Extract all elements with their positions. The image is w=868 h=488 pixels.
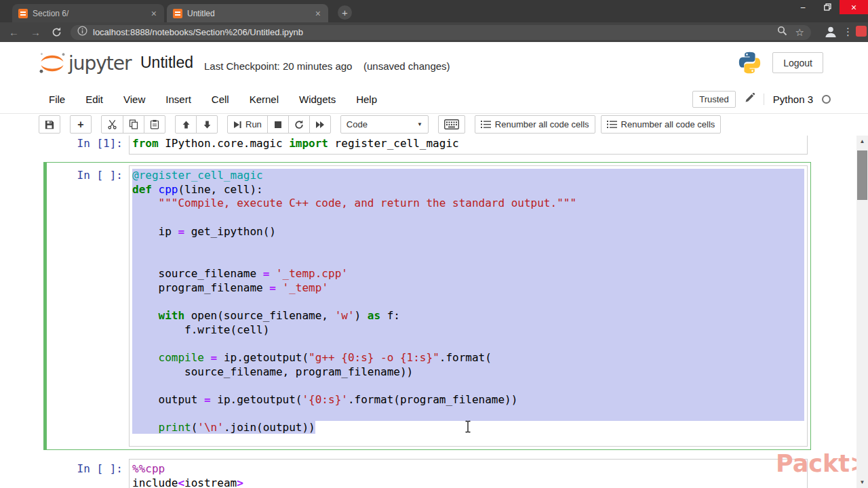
jupyter-logo[interactable]: jupyter: [38, 52, 132, 75]
stop-icon: [274, 121, 282, 129]
scroll-down-icon[interactable]: ▼: [856, 476, 868, 488]
run-cell-button[interactable]: Run: [227, 115, 268, 134]
tab-title: Untitled: [187, 9, 309, 18]
back-icon[interactable]: ←: [9, 26, 19, 39]
browser-tab-untitled[interactable]: Untitled ×: [167, 4, 328, 22]
renumber-cells-button-1[interactable]: Renumber all code cells: [475, 115, 595, 134]
vertical-scrollbar[interactable]: ▲ ▼: [856, 136, 868, 488]
cell-type-select[interactable]: Code ▼: [340, 115, 429, 134]
window-minimize-button[interactable]: –: [791, 0, 815, 14]
edit-mode-pencil-icon: [745, 93, 755, 106]
zoom-icon[interactable]: [777, 26, 787, 39]
command-palette-button[interactable]: [438, 115, 465, 134]
renumber-label: Renumber all code cells: [621, 119, 715, 129]
forward-icon[interactable]: →: [31, 26, 41, 39]
python-logo-icon: [737, 50, 762, 78]
menu-kernel[interactable]: Kernel: [239, 94, 289, 105]
copy-cell-button[interactable]: [123, 115, 144, 134]
fast-forward-icon: [315, 121, 325, 129]
numbered-list-icon: [607, 120, 617, 129]
scroll-up-icon[interactable]: ▲: [856, 136, 868, 147]
unsaved-status: (unsaved changes): [363, 60, 450, 72]
jupyter-favicon-icon: [18, 9, 28, 18]
packt-watermark: Packt>: [776, 450, 868, 477]
cut-cell-button[interactable]: [101, 115, 123, 134]
browser-menu-icon[interactable]: ⋮: [843, 26, 853, 38]
jupyter-planet-icon: [38, 52, 66, 75]
run-icon: [233, 121, 241, 129]
address-bar-actions: ☆: [777, 26, 804, 39]
kernel-indicator-area: Trusted Python 3: [692, 85, 831, 113]
divider: [764, 94, 764, 105]
text-cursor: [464, 420, 472, 436]
chevron-down-icon: ▼: [417, 121, 422, 127]
restart-icon: [294, 120, 304, 129]
bookmark-star-icon[interactable]: ☆: [795, 27, 804, 37]
tab-close-icon[interactable]: ×: [150, 9, 158, 18]
cell-prompt: In [ ]:: [50, 165, 129, 447]
save-button[interactable]: [39, 115, 60, 134]
jupyter-logo-text: jupyter: [68, 52, 132, 75]
code-cell-cpp-usage[interactable]: In [ ]: %%cppinclude<iostream>: [43, 455, 811, 488]
jupyter-favicon-icon: [173, 9, 182, 18]
site-info-icon[interactable]: [77, 26, 87, 39]
numbered-list-icon: [481, 120, 491, 129]
code-cell-import[interactable]: In [1]: from IPython.core.magic import r…: [43, 136, 811, 158]
browser-window: Section 6/ × Untitled × + – × ← → localh…: [0, 0, 868, 488]
reload-icon[interactable]: [52, 27, 62, 40]
renumber-label: Renumber all code cells: [495, 119, 589, 129]
code-editor[interactable]: @register_cell_magicdef cpp(line, cell):…: [132, 169, 804, 443]
tab-title: Section 6/: [33, 9, 145, 18]
renumber-cells-button-2[interactable]: Renumber all code cells: [601, 115, 722, 134]
code-editor[interactable]: from IPython.core.magic import register_…: [132, 137, 804, 151]
window-restore-button[interactable]: [815, 0, 840, 14]
notebook-menubar: File Edit View Insert Cell Kernel Widget…: [0, 85, 868, 114]
menu-edit[interactable]: Edit: [75, 94, 113, 105]
menu-cell[interactable]: Cell: [201, 94, 239, 105]
cell-input[interactable]: from IPython.core.magic import register_…: [129, 136, 808, 155]
code-cell-cpp-magic-def[interactable]: In [ ]: @register_cell_magicdef cpp(line…: [43, 162, 811, 450]
tab-close-icon[interactable]: ×: [314, 9, 322, 18]
url-text[interactable]: localhost:8888/notebooks/Section%206/Unt…: [93, 27, 772, 37]
notebook-toolbar: + Run: [0, 114, 868, 136]
menu-view[interactable]: View: [113, 94, 155, 105]
cell-type-value: Code: [347, 119, 368, 129]
cell-input[interactable]: %%cppinclude<iostream>: [129, 459, 808, 488]
browser-tab-section6[interactable]: Section 6/ ×: [12, 4, 164, 22]
restart-run-all-button[interactable]: [309, 115, 331, 134]
logout-button[interactable]: Logout: [772, 52, 823, 73]
cell-prompt: In [ ]:: [50, 459, 129, 488]
notebook-area: In [1]: from IPython.core.magic import r…: [0, 136, 868, 488]
kernel-idle-icon: [822, 95, 831, 104]
restart-kernel-button[interactable]: [288, 115, 310, 134]
notebook-title[interactable]: Untitled: [140, 54, 193, 72]
add-cell-button[interactable]: +: [70, 115, 92, 134]
cell-input[interactable]: @register_cell_magicdef cpp(line, cell):…: [129, 165, 808, 447]
restore-icon: [824, 3, 831, 11]
keyboard-icon: [444, 119, 459, 129]
new-tab-button[interactable]: +: [338, 5, 352, 20]
address-bar[interactable]: localhost:8888/notebooks/Section%206/Unt…: [71, 25, 811, 40]
move-cell-up-button[interactable]: [175, 115, 197, 134]
menu-file[interactable]: File: [39, 94, 75, 105]
profile-avatar-icon[interactable]: [823, 24, 838, 39]
run-label: Run: [245, 119, 262, 129]
code-editor[interactable]: %%cppinclude<iostream>: [132, 462, 804, 488]
menu-insert[interactable]: Insert: [155, 94, 201, 105]
move-cell-down-button[interactable]: [196, 115, 218, 134]
paste-cell-button[interactable]: [144, 115, 165, 134]
browser-toolbar: ← → localhost:8888/notebooks/Section%206…: [0, 22, 868, 42]
extension-icon[interactable]: [856, 26, 867, 37]
kernel-name: Python 3: [773, 94, 813, 105]
browser-tab-strip: Section 6/ × Untitled × + – ×: [0, 0, 868, 22]
trusted-badge: Trusted: [692, 91, 736, 108]
interrupt-kernel-button[interactable]: [267, 115, 289, 134]
menu-widgets[interactable]: Widgets: [289, 94, 346, 105]
scrollbar-thumb[interactable]: [857, 150, 867, 200]
window-close-button[interactable]: ×: [840, 0, 868, 14]
jupyter-header: jupyter Untitled Last Checkpoint: 20 min…: [0, 42, 868, 85]
checkpoint-text: Last Checkpoint: 20 minutes ago: [204, 60, 352, 72]
window-controls: – ×: [791, 0, 868, 14]
menu-help[interactable]: Help: [346, 94, 387, 105]
cell-prompt: In [1]:: [50, 136, 129, 155]
